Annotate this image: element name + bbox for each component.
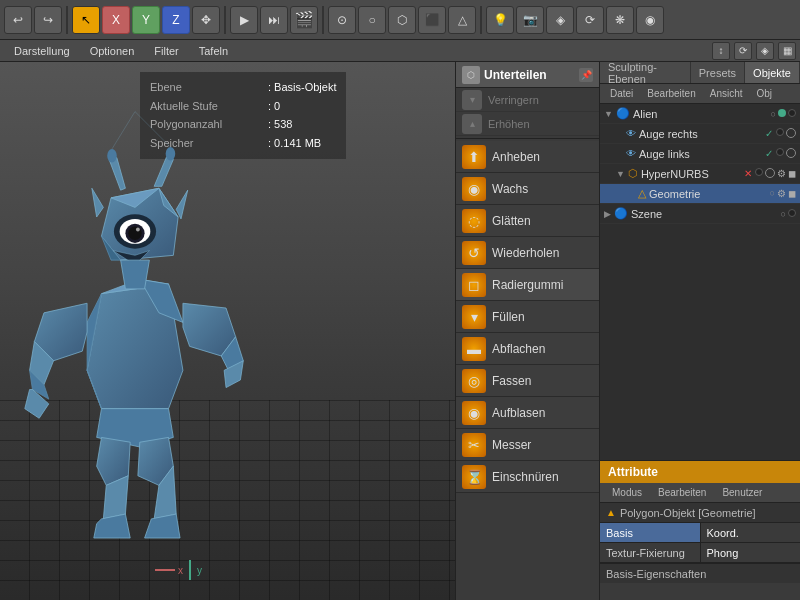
attr-cell-koord[interactable]: Koord.	[700, 523, 801, 542]
tree-item-auge-rechts[interactable]: ▶ 👁 Auge rechts ✓	[600, 124, 800, 144]
tool-anheben-icon: ⬆	[462, 145, 486, 169]
x-label: x	[178, 565, 183, 576]
toolbar-cam2[interactable]: 📷	[516, 6, 544, 34]
right-menu-bearbeiten[interactable]: Bearbeiten	[641, 87, 701, 100]
toolbar-gen[interactable]: ❋	[606, 6, 634, 34]
subdivide-pin[interactable]: 📌	[579, 68, 593, 82]
toolbar-axis-y[interactable]: Y	[132, 6, 160, 34]
tree-label-alien: Alien	[633, 108, 768, 120]
tree-check-auger: ✓	[765, 128, 773, 139]
right-menu-datei[interactable]: Datei	[604, 87, 639, 100]
subdivide-icon: ⬡	[462, 66, 480, 84]
tool-messer[interactable]: ✂ Messer	[456, 429, 599, 461]
info-value-stufe: : 0	[268, 97, 280, 116]
toolbar-axis-x[interactable]: X	[102, 6, 130, 34]
tool-anheben-label: Anheben	[492, 150, 540, 164]
main-area: Ebene : Basis-Objekt Aktuelle Stufe : 0 …	[0, 62, 800, 600]
toolbar-nurbs[interactable]: ⟳	[576, 6, 604, 34]
tree-item-alien[interactable]: ▼ 🔵 Alien ○	[600, 104, 800, 124]
tool-anheben[interactable]: ⬆ Anheben	[456, 141, 599, 173]
tree-item-hypernurbs[interactable]: ▼ ⬡ HyperNURBS ✕ ⚙ ◼	[600, 164, 800, 184]
svg-marker-34	[145, 514, 180, 538]
tree-dot-dark-alien	[788, 109, 796, 117]
tree-circle-augel	[786, 148, 796, 158]
menubar-icon-grid[interactable]: ▦	[778, 42, 796, 60]
svg-point-11	[128, 227, 141, 240]
menu-tafeln[interactable]: Tafeln	[189, 43, 238, 59]
tool-aufblasen[interactable]: ◉ Aufblasen	[456, 397, 599, 429]
svg-marker-15	[176, 190, 188, 219]
attr-row-basis: Basis Koord.	[600, 523, 800, 543]
tool-fuellen[interactable]: ▾ Füllen	[456, 301, 599, 333]
subdivide-header: ⬡ Unterteilen 📌	[456, 62, 599, 88]
attr-tab-bearbeiten[interactable]: Bearbeiten	[650, 486, 714, 499]
attr-cell-basis[interactable]: Basis	[600, 523, 700, 542]
attr-cell-phong[interactable]: Phong	[700, 543, 801, 562]
toolbar-camera[interactable]: 🎬	[290, 6, 318, 34]
attr-cell-textur[interactable]: Textur-Fixierung	[600, 543, 700, 562]
tree-item-auge-links[interactable]: ▶ 👁 Auge links ✓	[600, 144, 800, 164]
tab-presets[interactable]: Presets	[691, 62, 745, 83]
tree-item-geometrie[interactable]: ▶ △ Geometrie ○ ⚙ ◼	[600, 184, 800, 204]
toolbar-select[interactable]: ↖	[72, 6, 100, 34]
toolbar-hair[interactable]: ◉	[636, 6, 664, 34]
attr-tab-modus[interactable]: Modus	[604, 486, 650, 499]
tool-radiergummi[interactable]: ◻ Radiergummi	[456, 269, 599, 301]
right-menu-ansicht[interactable]: Ansicht	[704, 87, 749, 100]
toolbar-prim-null[interactable]: ⊙	[328, 6, 356, 34]
toolbar-redo[interactable]: ↪	[34, 6, 62, 34]
right-top-tabs: Sculpting-Ebenen Presets Objekte	[600, 62, 800, 84]
tab-objekte[interactable]: Objekte	[745, 62, 800, 83]
right-menu-obj[interactable]: Obj	[751, 87, 779, 100]
svg-point-17	[107, 149, 117, 162]
attribute-panel: Attribute Modus Bearbeiten Benutzer ▲ Po…	[600, 460, 800, 600]
svg-point-19	[166, 147, 176, 160]
tool-wachs[interactable]: ◉ Wachs	[456, 173, 599, 205]
toolbar-move[interactable]: ✥	[192, 6, 220, 34]
toolbar-undo[interactable]: ↩	[4, 6, 32, 34]
svg-marker-18	[154, 157, 173, 187]
tool-glaetten-label: Glätten	[492, 214, 531, 228]
toolbar-light[interactable]: 💡	[486, 6, 514, 34]
tree-icon-auger: 👁	[626, 128, 636, 139]
toolbar-anim-play[interactable]: ▶	[230, 6, 258, 34]
menu-optionen[interactable]: Optionen	[80, 43, 145, 59]
toolbar-prim-cone[interactable]: △	[448, 6, 476, 34]
tool-aufblasen-icon: ◉	[462, 401, 486, 425]
toolbar: ↩ ↪ ↖ X Y Z ✥ ▶ ⏭ 🎬 ⊙ ○ ⬡ ⬛ △ 💡 📷 ◈ ⟳ ❋ …	[0, 0, 800, 40]
info-label-ebene: Ebene	[150, 78, 260, 97]
tree-icon-alien: 🔵	[616, 107, 630, 120]
tool-messer-label: Messer	[492, 438, 531, 452]
info-value-poly: : 538	[268, 115, 292, 134]
right-panel: Sculpting-Ebenen Presets Objekte Datei B…	[600, 62, 800, 600]
tree-dots-nurbs: ✕ ⚙ ◼	[743, 168, 796, 179]
toolbar-deform[interactable]: ◈	[546, 6, 574, 34]
tree-label-nurbs: HyperNURBS	[641, 168, 740, 180]
attr-section-label: Basis-Eigenschaften	[600, 563, 800, 583]
svg-point-12	[136, 228, 140, 232]
toolbar-axis-z[interactable]: Z	[162, 6, 190, 34]
menu-filter[interactable]: Filter	[144, 43, 188, 59]
toolbar-prim-box[interactable]: ⬡	[388, 6, 416, 34]
tree-dots-szene: ○	[781, 209, 796, 219]
menu-darstellung[interactable]: Darstellung	[4, 43, 80, 59]
viewport-3d[interactable]: Ebene : Basis-Objekt Aktuelle Stufe : 0 …	[0, 62, 455, 600]
tree-extra-geo: ◼	[788, 188, 796, 199]
attr-tab-benutzer[interactable]: Benutzer	[714, 486, 770, 499]
tool-fuellen-label: Füllen	[492, 310, 525, 324]
tab-sculpting-ebenen[interactable]: Sculpting-Ebenen	[600, 62, 691, 83]
tree-item-szene[interactable]: ▶ 🔵 Szene ○	[600, 204, 800, 224]
toolbar-prim-cyl[interactable]: ⬛	[418, 6, 446, 34]
tool-glaetten[interactable]: ◌ Glätten	[456, 205, 599, 237]
tree-icon-geo: △	[638, 187, 646, 200]
toolbar-prim-sphere[interactable]: ○	[358, 6, 386, 34]
tool-fassen[interactable]: ◎ Fassen	[456, 365, 599, 397]
tool-wiederholen[interactable]: ↺ Wiederholen	[456, 237, 599, 269]
menubar-icon-arrows[interactable]: ↕	[712, 42, 730, 60]
tree-dots-augel: ✓	[764, 148, 796, 159]
menubar-icon-refresh[interactable]: ⟳	[734, 42, 752, 60]
toolbar-anim-skip[interactable]: ⏭	[260, 6, 288, 34]
tool-einschnueren[interactable]: ⌛ Einschnüren	[456, 461, 599, 493]
menubar-icon-diamond[interactable]: ◈	[756, 42, 774, 60]
tool-abflachen[interactable]: ▬ Abflachen	[456, 333, 599, 365]
